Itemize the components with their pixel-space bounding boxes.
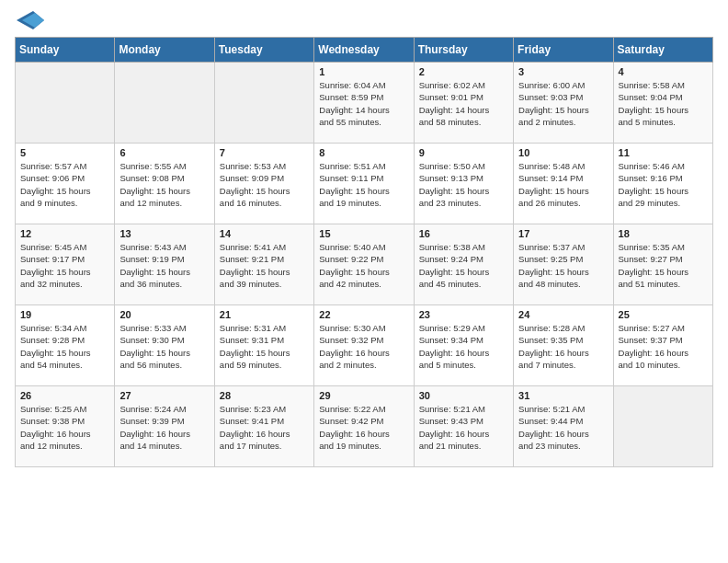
day-number: 27	[119, 390, 209, 401]
calendar-cell: 30Sunrise: 5:21 AM Sunset: 9:43 PM Dayli…	[414, 386, 513, 467]
day-number: 20	[119, 309, 209, 320]
day-info: Sunrise: 5:43 AM Sunset: 9:19 PM Dayligh…	[119, 241, 209, 290]
calendar-cell	[115, 63, 214, 144]
calendar-cell: 28Sunrise: 5:23 AM Sunset: 9:41 PM Dayli…	[214, 386, 313, 467]
day-number: 28	[220, 390, 309, 401]
day-info: Sunrise: 5:24 AM Sunset: 9:39 PM Dayligh…	[119, 403, 209, 452]
day-number: 14	[220, 228, 309, 239]
day-number: 30	[419, 390, 508, 401]
weekday-header: Wednesday	[314, 38, 414, 63]
calendar-cell: 1Sunrise: 6:04 AM Sunset: 8:59 PM Daylig…	[314, 63, 414, 144]
calendar-cell	[613, 386, 712, 467]
calendar-cell: 17Sunrise: 5:37 AM Sunset: 9:25 PM Dayli…	[514, 224, 613, 305]
day-info: Sunrise: 5:21 AM Sunset: 9:43 PM Dayligh…	[419, 403, 508, 452]
day-info: Sunrise: 6:02 AM Sunset: 9:01 PM Dayligh…	[419, 79, 508, 128]
calendar-cell: 7Sunrise: 5:53 AM Sunset: 9:09 PM Daylig…	[214, 144, 313, 224]
calendar-cell: 12Sunrise: 5:45 AM Sunset: 9:17 PM Dayli…	[16, 224, 115, 305]
calendar-cell: 27Sunrise: 5:24 AM Sunset: 9:39 PM Dayli…	[115, 386, 214, 467]
day-number: 26	[20, 390, 109, 401]
day-info: Sunrise: 5:50 AM Sunset: 9:13 PM Dayligh…	[419, 160, 508, 209]
day-info: Sunrise: 5:22 AM Sunset: 9:42 PM Dayligh…	[319, 403, 408, 452]
day-info: Sunrise: 5:23 AM Sunset: 9:41 PM Dayligh…	[220, 403, 309, 452]
weekday-header: Monday	[115, 38, 214, 63]
calendar-cell: 24Sunrise: 5:28 AM Sunset: 9:35 PM Dayli…	[514, 305, 613, 386]
calendar-cell: 2Sunrise: 6:02 AM Sunset: 9:01 PM Daylig…	[414, 63, 513, 144]
day-info: Sunrise: 6:00 AM Sunset: 9:03 PM Dayligh…	[518, 79, 608, 128]
day-number: 2	[419, 66, 508, 77]
calendar-cell: 25Sunrise: 5:27 AM Sunset: 9:37 PM Dayli…	[613, 305, 712, 386]
day-number: 24	[518, 309, 608, 320]
day-number: 31	[518, 390, 608, 401]
day-number: 7	[220, 147, 309, 158]
day-info: Sunrise: 5:46 AM Sunset: 9:16 PM Dayligh…	[619, 160, 708, 209]
weekday-header: Sunday	[16, 38, 115, 63]
calendar-cell: 3Sunrise: 6:00 AM Sunset: 9:03 PM Daylig…	[514, 63, 613, 144]
calendar-cell: 4Sunrise: 5:58 AM Sunset: 9:04 PM Daylig…	[613, 63, 712, 144]
svg-marker-1	[22, 13, 44, 28]
calendar-cell: 6Sunrise: 5:55 AM Sunset: 9:08 PM Daylig…	[115, 144, 214, 224]
day-number: 8	[319, 147, 408, 158]
calendar-cell: 31Sunrise: 5:21 AM Sunset: 9:44 PM Dayli…	[514, 386, 613, 467]
day-number: 29	[319, 390, 408, 401]
calendar-cell: 16Sunrise: 5:38 AM Sunset: 9:24 PM Dayli…	[414, 224, 513, 305]
day-info: Sunrise: 5:51 AM Sunset: 9:11 PM Dayligh…	[319, 160, 408, 209]
calendar-table: SundayMondayTuesdayWednesdayThursdayFrid…	[15, 37, 713, 467]
day-number: 22	[319, 309, 408, 320]
calendar-cell: 23Sunrise: 5:29 AM Sunset: 9:34 PM Dayli…	[414, 305, 513, 386]
day-info: Sunrise: 6:04 AM Sunset: 8:59 PM Dayligh…	[319, 79, 408, 128]
day-number: 15	[319, 228, 408, 239]
calendar-cell: 18Sunrise: 5:35 AM Sunset: 9:27 PM Dayli…	[613, 224, 712, 305]
calendar-cell: 14Sunrise: 5:41 AM Sunset: 9:21 PM Dayli…	[214, 224, 313, 305]
calendar-cell: 5Sunrise: 5:57 AM Sunset: 9:06 PM Daylig…	[16, 144, 115, 224]
calendar-cell: 13Sunrise: 5:43 AM Sunset: 9:19 PM Dayli…	[115, 224, 214, 305]
day-number: 25	[619, 309, 708, 320]
calendar-cell: 22Sunrise: 5:30 AM Sunset: 9:32 PM Dayli…	[314, 305, 414, 386]
day-info: Sunrise: 5:34 AM Sunset: 9:28 PM Dayligh…	[20, 322, 109, 371]
weekday-header: Tuesday	[214, 38, 313, 63]
day-info: Sunrise: 5:55 AM Sunset: 9:08 PM Dayligh…	[119, 160, 209, 209]
day-number: 23	[419, 309, 508, 320]
day-number: 12	[20, 228, 109, 239]
calendar-cell: 19Sunrise: 5:34 AM Sunset: 9:28 PM Dayli…	[16, 305, 115, 386]
day-info: Sunrise: 5:28 AM Sunset: 9:35 PM Dayligh…	[518, 322, 608, 371]
day-info: Sunrise: 5:53 AM Sunset: 9:09 PM Dayligh…	[220, 160, 309, 209]
day-info: Sunrise: 5:25 AM Sunset: 9:38 PM Dayligh…	[20, 403, 109, 452]
day-number: 6	[119, 147, 209, 158]
calendar-cell: 15Sunrise: 5:40 AM Sunset: 9:22 PM Dayli…	[314, 224, 414, 305]
day-number: 9	[419, 147, 508, 158]
day-info: Sunrise: 5:29 AM Sunset: 9:34 PM Dayligh…	[419, 322, 508, 371]
calendar-cell: 8Sunrise: 5:51 AM Sunset: 9:11 PM Daylig…	[314, 144, 414, 224]
day-info: Sunrise: 5:35 AM Sunset: 9:27 PM Dayligh…	[619, 241, 708, 290]
weekday-header: Saturday	[613, 38, 712, 63]
day-info: Sunrise: 5:30 AM Sunset: 9:32 PM Dayligh…	[319, 322, 408, 371]
day-info: Sunrise: 5:31 AM Sunset: 9:31 PM Dayligh…	[220, 322, 309, 371]
day-number: 18	[619, 228, 708, 239]
day-number: 13	[119, 228, 209, 239]
logo	[15, 15, 44, 29]
calendar-cell: 21Sunrise: 5:31 AM Sunset: 9:31 PM Dayli…	[214, 305, 313, 386]
calendar-cell: 26Sunrise: 5:25 AM Sunset: 9:38 PM Dayli…	[16, 386, 115, 467]
day-info: Sunrise: 5:27 AM Sunset: 9:37 PM Dayligh…	[619, 322, 708, 371]
day-info: Sunrise: 5:33 AM Sunset: 9:30 PM Dayligh…	[119, 322, 209, 371]
page-header	[15, 15, 713, 29]
calendar-cell	[16, 63, 115, 144]
calendar-cell: 10Sunrise: 5:48 AM Sunset: 9:14 PM Dayli…	[514, 144, 613, 224]
day-number: 21	[220, 309, 309, 320]
calendar-cell: 29Sunrise: 5:22 AM Sunset: 9:42 PM Dayli…	[314, 386, 414, 467]
calendar-cell: 20Sunrise: 5:33 AM Sunset: 9:30 PM Dayli…	[115, 305, 214, 386]
calendar-cell	[214, 63, 313, 144]
day-number: 10	[518, 147, 608, 158]
day-number: 1	[319, 66, 408, 77]
day-number: 17	[518, 228, 608, 239]
day-info: Sunrise: 5:40 AM Sunset: 9:22 PM Dayligh…	[319, 241, 408, 290]
day-number: 11	[619, 147, 708, 158]
day-info: Sunrise: 5:21 AM Sunset: 9:44 PM Dayligh…	[518, 403, 608, 452]
calendar-cell: 9Sunrise: 5:50 AM Sunset: 9:13 PM Daylig…	[414, 144, 513, 224]
day-number: 19	[20, 309, 109, 320]
day-info: Sunrise: 5:45 AM Sunset: 9:17 PM Dayligh…	[20, 241, 109, 290]
day-info: Sunrise: 5:57 AM Sunset: 9:06 PM Dayligh…	[20, 160, 109, 209]
calendar-cell: 11Sunrise: 5:46 AM Sunset: 9:16 PM Dayli…	[613, 144, 712, 224]
day-number: 4	[619, 66, 708, 77]
logo-arrow-icon	[17, 11, 44, 29]
day-info: Sunrise: 5:38 AM Sunset: 9:24 PM Dayligh…	[419, 241, 508, 290]
